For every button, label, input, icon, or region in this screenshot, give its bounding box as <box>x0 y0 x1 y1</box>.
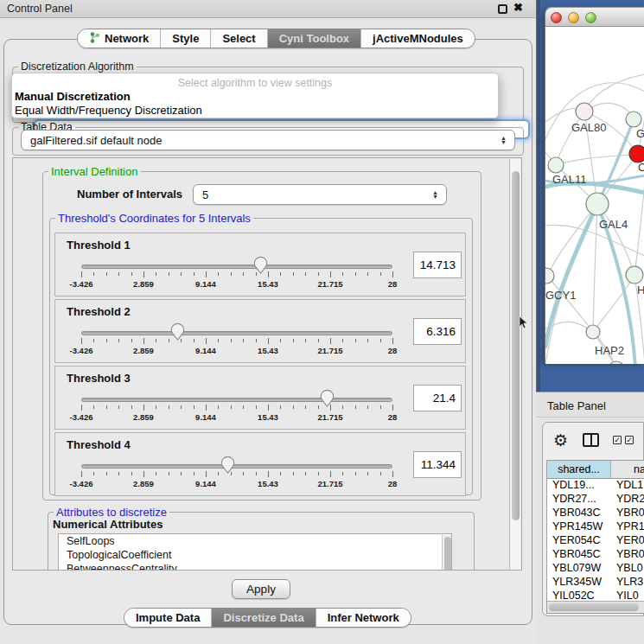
tab-jactivemnodules[interactable]: jActiveMNodules <box>361 29 475 48</box>
network-window-titlebar[interactable] <box>545 8 644 27</box>
attribute-list-item[interactable]: TopologicalCoefficient <box>59 548 451 562</box>
interval-definition-label: Interval Definition <box>48 165 140 178</box>
slider-tick-labels: -3.4262.8599.14415.4321.71528 <box>55 479 465 489</box>
slider-tick-labels: -3.4262.8599.14415.4321.71528 <box>55 279 465 290</box>
threshold-panel-4: Threshold 4-3.4262.8599.14415.4321.71528… <box>54 432 466 496</box>
table-toolbar: ⚙ ✓ ✓ <box>543 423 644 459</box>
table-row[interactable]: YDL19...YDL1 <box>547 479 644 493</box>
checkbox-icon-2[interactable]: ✓ <box>625 436 634 444</box>
gcy1-node[interactable] <box>545 268 554 284</box>
threshold-value-field[interactable]: 21.4 <box>413 385 462 411</box>
slider-track[interactable] <box>81 464 392 469</box>
tab-network[interactable]: Network <box>78 29 161 48</box>
network-edge[interactable] <box>545 204 597 364</box>
horizontal-scrollbar-thumb[interactable] <box>549 603 639 611</box>
node-label: GAL11 <box>552 173 587 186</box>
tab-select[interactable]: Select <box>211 29 267 48</box>
threshold-label: Threshold 2 <box>67 305 131 318</box>
vertical-scrollbar-thumb[interactable] <box>512 171 520 520</box>
tab-discretize-data[interactable]: Discretize Data <box>212 609 316 627</box>
slider-ticks <box>55 271 465 278</box>
tab-label: Cyni Toolbox <box>279 32 349 45</box>
apply-button[interactable]: Apply <box>232 579 290 599</box>
tab-impute-data[interactable]: Impute Data <box>124 609 212 627</box>
algorithm-dropdown-popup: Select algorithm to view settings Manual… <box>11 73 499 118</box>
number-of-intervals-spinner[interactable]: 5 ▲▼ <box>193 184 447 205</box>
tab-label: Infer Network <box>328 611 399 624</box>
column-header-name[interactable]: name <box>611 461 644 479</box>
attributes-list-scrollbar[interactable] <box>442 535 451 571</box>
attribute-list-item[interactable]: BetweennessCentrality <box>59 562 451 571</box>
node-label: GA <box>636 127 644 140</box>
mac-zoom-button[interactable] <box>585 12 596 23</box>
number-of-intervals-value: 5 <box>202 188 208 201</box>
red-node[interactable] <box>629 145 644 163</box>
slider-track[interactable] <box>81 265 392 269</box>
network-canvas[interactable]: GAL80GACGAL11GAL4GCY1HHAP2 <box>545 27 644 364</box>
threshold-value-field[interactable]: 14.713 <box>413 252 462 278</box>
h-node[interactable] <box>626 266 643 284</box>
thresholds-group-label: Threshold's Coordinates for 5 Intervals <box>55 212 253 225</box>
slider-ticks <box>55 405 465 411</box>
table-rows: YDL19...YDL1YDR27...YDR2YBR043CYBR0YPR14… <box>547 479 644 603</box>
table-row[interactable]: YBR045CYBR0 <box>547 548 644 562</box>
control-panel-window: Control Panel ✖ NetworkStyleSelectCyni T… <box>0 0 536 644</box>
gal4-node[interactable] <box>586 193 609 215</box>
table-row[interactable]: YPR145WYPR1 <box>547 520 644 534</box>
hap2-node[interactable] <box>586 325 600 339</box>
vertical-scrollbar[interactable] <box>509 159 520 571</box>
slider-tick-labels: -3.4262.8599.14415.4321.71528 <box>55 412 465 423</box>
combo-arrows-icon: ▲▼ <box>501 136 507 144</box>
slider-track[interactable] <box>81 398 392 402</box>
attribute-list-item[interactable]: SelfLoops <box>59 534 451 548</box>
mac-close-button[interactable] <box>551 12 562 23</box>
tab-label: Impute Data <box>136 611 200 624</box>
table-data-combo[interactable]: galFiltered.sif default node ▲▼ <box>21 130 515 150</box>
slider-ticks <box>55 338 465 345</box>
table-header-row: shared... name <box>547 461 644 479</box>
algorithm-group-label: Discretization Algorithm <box>18 61 137 73</box>
table-row[interactable]: YER054CYER0 <box>547 534 644 548</box>
network-edge[interactable] <box>634 182 644 275</box>
numerical-attributes-list[interactable]: SelfLoopsTopologicalCoefficientBetweenne… <box>58 533 452 571</box>
node-label: HAP2 <box>595 344 624 357</box>
edge-node[interactable] <box>609 361 624 364</box>
network-edge[interactable] <box>545 225 644 256</box>
threshold-panel-2: Threshold 2-3.4262.8599.14415.4321.71528… <box>54 299 466 363</box>
threshold-label: Threshold 3 <box>67 372 131 385</box>
tab-cyni-toolbox[interactable]: Cyni Toolbox <box>268 29 361 48</box>
mac-minimize-button[interactable] <box>568 12 579 23</box>
node-label: GAL80 <box>571 121 606 134</box>
table-row[interactable]: YBR043CYBR0 <box>547 507 644 520</box>
gal11-node[interactable] <box>548 157 564 173</box>
table-panel-title: Table Panel <box>547 399 606 412</box>
table-row[interactable]: YBL079WYBL0 <box>547 562 644 576</box>
tab-style[interactable]: Style <box>161 29 211 48</box>
network-edge[interactable] <box>593 204 597 332</box>
dropdown-option-equal-width[interactable]: Equal Width/Frequency Discretization <box>15 104 202 117</box>
close-icon[interactable]: ✖ <box>513 1 523 14</box>
node-table: shared... name YDL19...YDL1YDR27...YDR2Y… <box>546 460 644 614</box>
slider-track[interactable] <box>81 331 392 335</box>
horizontal-scrollbar[interactable] <box>547 601 644 613</box>
gal3-node[interactable] <box>626 112 641 127</box>
table-row[interactable]: YLR345WYLR3 <box>547 576 644 590</box>
network-edge[interactable] <box>545 322 616 364</box>
slider-tick-labels: -3.4262.8599.14415.4321.71528 <box>55 346 465 356</box>
control-panel-titlebar[interactable]: Control Panel ✖ <box>0 0 536 18</box>
table-panel-titlebar[interactable]: Table Panel <box>536 392 644 418</box>
network-edge[interactable] <box>556 154 638 165</box>
column-header-shared-name[interactable]: shared... <box>547 461 611 479</box>
tab-infer-network[interactable]: Infer Network <box>316 609 411 627</box>
table-row[interactable]: YDR27...YDR2 <box>547 493 644 507</box>
tab-label: Network <box>105 32 149 45</box>
gear-icon[interactable]: ⚙ <box>553 430 568 450</box>
checkbox-icon-1[interactable]: ✓ <box>613 436 622 444</box>
columns-icon[interactable] <box>583 433 599 447</box>
threshold-value-field[interactable]: 6.316 <box>413 318 462 345</box>
numerical-attributes-label: Numerical Attributes <box>53 518 163 531</box>
threshold-value-field[interactable]: 11.344 <box>413 451 462 478</box>
float-window-icon[interactable] <box>498 4 507 14</box>
gal80-node[interactable] <box>576 103 593 120</box>
dropdown-option-manual-discretization[interactable]: Manual Discretization <box>15 90 131 103</box>
